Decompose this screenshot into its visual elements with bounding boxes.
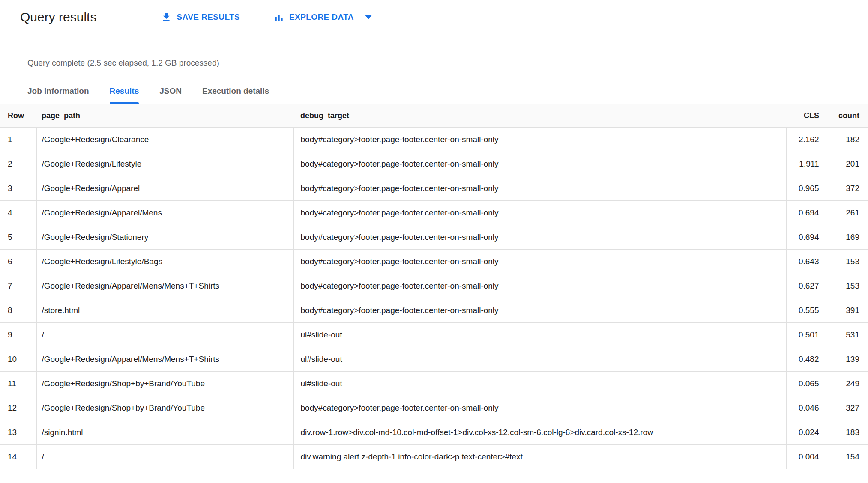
cell-row: 13 — [0, 420, 36, 445]
table-row: 2/Google+Redesign/Lifestylebody#category… — [0, 152, 868, 176]
cell-row: 12 — [0, 396, 36, 420]
cell-count: 531 — [827, 323, 868, 347]
cell-count: 154 — [827, 445, 868, 469]
table-row: 14/div.warning.alert.z-depth-1.info-colo… — [0, 445, 868, 469]
cell-cls: 0.965 — [786, 176, 827, 201]
cell-page_path: /Google+Redesign/Lifestyle — [36, 152, 293, 176]
cell-page_path: /Google+Redesign/Apparel/Mens/Mens+T+Shi… — [36, 347, 293, 372]
cell-cls: 0.627 — [786, 274, 827, 298]
save-results-label: SAVE RESULTS — [177, 12, 240, 22]
table-row: 9/ul#slide-out0.501531 — [0, 323, 868, 347]
table-row: 6/Google+Redesign/Lifestyle/Bagsbody#cat… — [0, 250, 868, 274]
save-results-button[interactable]: SAVE RESULTS — [161, 12, 240, 23]
tab-json[interactable]: JSON — [159, 86, 182, 104]
cell-row: 10 — [0, 347, 36, 372]
cell-cls: 0.694 — [786, 201, 827, 225]
cell-row: 14 — [0, 445, 36, 469]
bar-chart-icon — [273, 12, 284, 23]
tab-job-information[interactable]: Job information — [27, 86, 89, 104]
cell-cls: 0.643 — [786, 250, 827, 274]
cell-debug_target: div.row-1.row>div.col-md-10.col-md-offse… — [293, 420, 786, 445]
cell-debug_target: body#category>footer.page-footer.center-… — [293, 201, 786, 225]
cell-debug_target: body#category>footer.page-footer.center-… — [293, 250, 786, 274]
cell-cls: 0.065 — [786, 372, 827, 396]
cell-count: 169 — [827, 225, 868, 250]
page-title: Query results — [20, 10, 96, 24]
column-header-count: count — [827, 104, 868, 128]
cell-page_path: /Google+Redesign/Apparel/Mens/Mens+T+Shi… — [36, 274, 293, 298]
cell-debug_target: ul#slide-out — [293, 372, 786, 396]
table-row: 10/Google+Redesign/Apparel/Mens/Mens+T+S… — [0, 347, 868, 372]
cell-page_path: /Google+Redesign/Shop+by+Brand/YouTube — [36, 396, 293, 420]
download-icon — [161, 12, 172, 23]
cell-count: 182 — [827, 128, 868, 152]
cell-page_path: /Google+Redesign/Apparel/Mens — [36, 201, 293, 225]
table-row: 3/Google+Redesign/Apparelbody#category>f… — [0, 176, 868, 201]
cell-page_path: / — [36, 445, 293, 469]
cell-debug_target: body#category>footer.page-footer.center-… — [293, 298, 786, 323]
cell-row: 5 — [0, 225, 36, 250]
column-header-page_path: page_path — [36, 104, 293, 128]
results-table: Rowpage_pathdebug_targetCLScount 1/Googl… — [0, 104, 868, 469]
cell-debug_target: body#category>footer.page-footer.center-… — [293, 396, 786, 420]
cell-page_path: /store.html — [36, 298, 293, 323]
cell-debug_target: body#category>footer.page-footer.center-… — [293, 176, 786, 201]
cell-row: 9 — [0, 323, 36, 347]
query-status: Query complete (2.5 sec elapsed, 1.2 GB … — [0, 58, 868, 68]
table-row: 11/Google+Redesign/Shop+by+Brand/YouTube… — [0, 372, 868, 396]
cell-cls: 2.162 — [786, 128, 827, 152]
explore-data-button[interactable]: EXPLORE DATA — [273, 12, 372, 23]
cell-count: 183 — [827, 420, 868, 445]
column-header-cls: CLS — [786, 104, 827, 128]
cell-count: 391 — [827, 298, 868, 323]
caret-down-icon — [365, 15, 372, 19]
cell-debug_target: div.warning.alert.z-depth-1.info-color-d… — [293, 445, 786, 469]
cell-cls: 1.911 — [786, 152, 827, 176]
cell-cls: 0.024 — [786, 420, 827, 445]
tab-execution-details[interactable]: Execution details — [202, 86, 269, 104]
cell-cls: 0.046 — [786, 396, 827, 420]
query-results-header: Query results SAVE RESULTS EXPLORE DATA — [0, 0, 868, 34]
cell-count: 139 — [827, 347, 868, 372]
table-row: 1/Google+Redesign/Clearancebody#category… — [0, 128, 868, 152]
cell-page_path: /Google+Redesign/Clearance — [36, 128, 293, 152]
cell-row: 6 — [0, 250, 36, 274]
cell-row: 2 — [0, 152, 36, 176]
cell-row: 4 — [0, 201, 36, 225]
results-table-body: 1/Google+Redesign/Clearancebody#category… — [0, 128, 868, 469]
cell-count: 261 — [827, 201, 868, 225]
tabs: Job informationResultsJSONExecution deta… — [0, 86, 868, 104]
cell-count: 249 — [827, 372, 868, 396]
tab-results[interactable]: Results — [110, 86, 139, 104]
cell-page_path: /Google+Redesign/Shop+by+Brand/YouTube — [36, 372, 293, 396]
cell-debug_target: body#category>footer.page-footer.center-… — [293, 225, 786, 250]
cell-page_path: /Google+Redesign/Apparel — [36, 176, 293, 201]
cell-count: 372 — [827, 176, 868, 201]
cell-debug_target: ul#slide-out — [293, 347, 786, 372]
table-row: 8/store.htmlbody#category>footer.page-fo… — [0, 298, 868, 323]
explore-data-label: EXPLORE DATA — [289, 12, 354, 22]
cell-page_path: / — [36, 323, 293, 347]
cell-debug_target: ul#slide-out — [293, 323, 786, 347]
cell-debug_target: body#category>footer.page-footer.center-… — [293, 152, 786, 176]
cell-cls: 0.482 — [786, 347, 827, 372]
column-header-row: Row — [0, 104, 36, 128]
table-header-row: Rowpage_pathdebug_targetCLScount — [0, 104, 868, 128]
cell-page_path: /signin.html — [36, 420, 293, 445]
cell-count: 201 — [827, 152, 868, 176]
cell-row: 11 — [0, 372, 36, 396]
cell-count: 327 — [827, 396, 868, 420]
cell-cls: 0.004 — [786, 445, 827, 469]
cell-row: 8 — [0, 298, 36, 323]
cell-cls: 0.501 — [786, 323, 827, 347]
cell-debug_target: body#category>footer.page-footer.center-… — [293, 274, 786, 298]
cell-count: 153 — [827, 274, 868, 298]
cell-count: 153 — [827, 250, 868, 274]
table-row: 5/Google+Redesign/Stationerybody#categor… — [0, 225, 868, 250]
cell-cls: 0.694 — [786, 225, 827, 250]
column-header-debug_target: debug_target — [293, 104, 786, 128]
cell-page_path: /Google+Redesign/Stationery — [36, 225, 293, 250]
cell-cls: 0.555 — [786, 298, 827, 323]
table-row: 7/Google+Redesign/Apparel/Mens/Mens+T+Sh… — [0, 274, 868, 298]
table-row: 12/Google+Redesign/Shop+by+Brand/YouTube… — [0, 396, 868, 420]
